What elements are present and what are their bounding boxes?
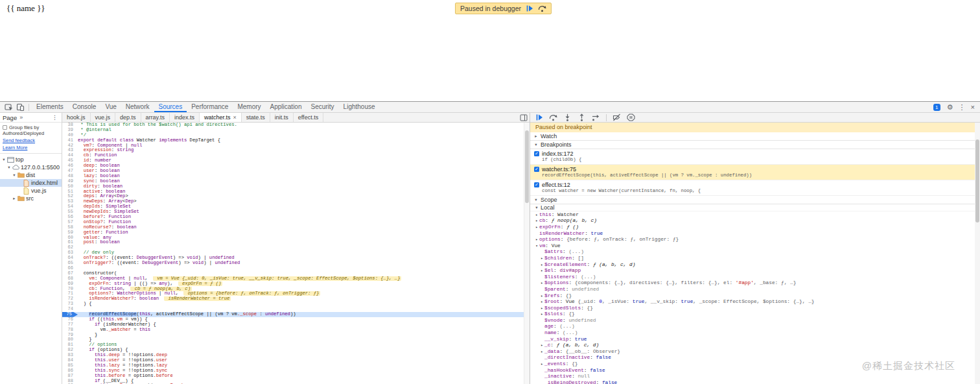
expanded-arrow-icon[interactable]: ▾: [534, 243, 539, 248]
navigator-page-tab[interactable]: Page: [3, 114, 17, 121]
close-tab-icon[interactable]: ×: [233, 114, 236, 121]
code-text[interactable]: dirty: boolean: [78, 184, 530, 189]
code-text[interactable]: expOrFn: string | (() => any), expOrFn =…: [78, 282, 530, 287]
code-text[interactable]: newDepIds: SimpleSet: [78, 210, 530, 215]
scope-property-name[interactable]: name: (...): [530, 330, 980, 336]
scope-property-root[interactable]: ▸$root: Vue {_uid: 0, _isVue: true, __v_…: [530, 298, 980, 305]
scope-property-attrs[interactable]: $attrs: (...): [530, 249, 980, 256]
code-text[interactable]: depIds: SimpleSet: [78, 204, 530, 210]
collapsed-arrow-icon[interactable]: ▸: [12, 196, 17, 201]
collapsed-arrow-icon[interactable]: ▸: [539, 293, 544, 298]
expanded-arrow-icon[interactable]: ▾: [1, 157, 6, 162]
tab-network[interactable]: Network: [121, 102, 154, 112]
editor-tab-dep-ts[interactable]: dep.ts: [115, 113, 141, 122]
breakpoint-entry-effect-ts-12[interactable]: ✓effect.ts:12const watcher = new Watcher…: [530, 180, 980, 196]
breakpoint-entry-watcher-ts-75[interactable]: ✓watcher.ts:75recordEffectScope(this, ac…: [530, 165, 980, 180]
code-text[interactable]: post: boolean: [78, 240, 530, 245]
scope-property-refs[interactable]: ▸$refs: {}: [530, 293, 980, 299]
tab-elements[interactable]: Elements: [32, 102, 68, 112]
code-text[interactable]: this.user = !!options.user: [78, 358, 530, 363]
code-text[interactable]: vm._watcher = this: [78, 328, 530, 333]
collapsed-arrow-icon[interactable]: ▸: [539, 361, 544, 366]
tab-performance[interactable]: Performance: [187, 102, 233, 112]
watch-section-header[interactable]: ▸ Watch: [530, 132, 980, 141]
send-feedback-link[interactable]: Send feedback: [3, 138, 59, 143]
collapsed-arrow-icon[interactable]: ▸: [539, 262, 544, 267]
code-text[interactable]: this.deep = !!options.deep: [78, 353, 530, 358]
code-text[interactable]: this.before = options.before: [78, 374, 530, 379]
scope-property-listeners[interactable]: $listeners: (...): [530, 274, 980, 280]
code-text[interactable]: sync: boolean: [78, 179, 530, 184]
code-text[interactable]: recordEffectScope(this, activeEffectScop…: [78, 312, 530, 317]
code-text[interactable]: id: number: [78, 158, 530, 163]
editor-tab-state-ts[interactable]: state.ts: [242, 113, 270, 122]
tab-security[interactable]: Security: [306, 102, 338, 112]
tab-sources[interactable]: Sources: [154, 102, 187, 112]
collapsed-arrow-icon[interactable]: ▸: [539, 268, 544, 273]
tab-memory[interactable]: Memory: [233, 102, 265, 112]
scope-property-age[interactable]: age: (...): [530, 324, 980, 330]
resume-script-button[interactable]: [526, 5, 533, 12]
editor-tab-hook-js[interactable]: hook.js: [62, 113, 91, 122]
step-over-icon[interactable]: [538, 5, 546, 12]
code-text[interactable]: [78, 245, 530, 250]
more-tabs-icon[interactable]: »: [18, 114, 24, 121]
collapsed-arrow-icon[interactable]: ▸: [534, 237, 539, 242]
file-tree-item-top[interactable]: ▾top: [0, 156, 62, 163]
collapsed-arrow-icon[interactable]: ▸: [534, 218, 539, 223]
collapsed-arrow-icon[interactable]: ▸: [534, 224, 539, 230]
code-text[interactable]: if (isRenderWatcher) {: [78, 322, 530, 328]
editor-tab-index-ts[interactable]: index.ts: [170, 113, 200, 122]
scope-property-children[interactable]: ▸$children: []: [530, 255, 980, 261]
code-text[interactable]: }: [78, 337, 530, 342]
code-text[interactable]: ) {: [78, 302, 530, 307]
code-text[interactable]: onTrack?: ((event: DebuggerEvent) => voi…: [78, 256, 530, 261]
code-text[interactable]: lazy: boolean: [78, 174, 530, 179]
editor-tab-init-ts[interactable]: init.ts: [270, 113, 294, 122]
scope-property-cb[interactable]: ▸cb: ƒ noop(a, b, c): [530, 218, 980, 224]
quick-source-toggle-icon[interactable]: [518, 112, 530, 123]
collapsed-arrow-icon[interactable]: ▸: [539, 306, 544, 311]
code-text[interactable]: }: [78, 333, 530, 338]
tab-lighthouse[interactable]: Lighthouse: [339, 102, 380, 112]
line-number[interactable]: 74: [62, 307, 78, 312]
step-into-button[interactable]: [563, 114, 572, 121]
editor-tab-watcher-ts[interactable]: watcher.ts×: [200, 113, 242, 122]
step-out-button[interactable]: [578, 114, 586, 121]
code-text[interactable]: vm: Component | null, vm = Vue {_uid: 0,…: [78, 276, 530, 282]
code-text[interactable]: options?: WatcherOptions | null, options…: [78, 291, 530, 296]
step-button[interactable]: [592, 114, 600, 121]
file-tree-item-index-html[interactable]: index.html: [0, 179, 62, 187]
code-text[interactable]: onStop?: Function: [78, 220, 530, 225]
scope-property-this[interactable]: ▸this: Watcher: [530, 211, 980, 218]
code-text[interactable]: export default class Watcher implements …: [78, 138, 530, 143]
code-text[interactable]: onTrigger?: ((event: DebuggerEvent) => v…: [78, 261, 530, 266]
scope-property-expOrFn[interactable]: ▸expOrFn: ƒ (): [530, 224, 980, 230]
collapsed-arrow-icon[interactable]: ▸: [539, 349, 544, 354]
tab-vue[interactable]: Vue: [100, 102, 121, 112]
code-text[interactable]: // options: [78, 342, 530, 348]
scope-property-createElement[interactable]: ▸$createElement: ƒ (a, b, c, d): [530, 261, 980, 268]
editor-scrollbar[interactable]: [524, 123, 530, 384]
scope-property-options[interactable]: ▸$options: {components: {…}, directives:…: [530, 280, 980, 287]
breakpoint-entry-index-ts-172[interactable]: ✓index.ts:172if (childOb) {: [530, 149, 980, 165]
code-text[interactable]: * This is used for both the $watch() api…: [78, 123, 530, 128]
code-text[interactable]: cb: Function: [78, 153, 530, 158]
inspect-element-icon[interactable]: [3, 102, 14, 112]
issues-count-badge[interactable]: 1: [933, 104, 940, 111]
navigator-menu-icon[interactable]: ⋮: [51, 114, 59, 121]
scope-property-parent[interactable]: $parent: undefined: [530, 286, 980, 293]
file-tree-item-vue-js[interactable]: vue.js: [0, 187, 62, 195]
code-text[interactable]: constructor(: [78, 271, 530, 276]
scope-property-_isBeingDestroyed[interactable]: _isBeingDestroyed: false: [530, 379, 980, 384]
code-text[interactable]: vm?: Component | null: [78, 143, 530, 149]
scrollbar-thumb[interactable]: [525, 130, 529, 203]
scope-property-_c[interactable]: ▸_c: ƒ (a, b, c, d): [530, 342, 980, 348]
code-text[interactable]: newDeps: Array<Dep>: [78, 199, 530, 204]
resume-script-button[interactable]: [535, 114, 543, 121]
scope-property-scopedSlots[interactable]: ▸$scopedSlots: {}: [530, 305, 980, 311]
code-text[interactable]: user: boolean: [78, 169, 530, 174]
breakpoint-checkbox[interactable]: ✓: [534, 167, 539, 172]
file-tree-item-dist[interactable]: ▾dist: [0, 171, 62, 179]
code-text[interactable]: this.sync = !!options.sync: [78, 368, 530, 374]
